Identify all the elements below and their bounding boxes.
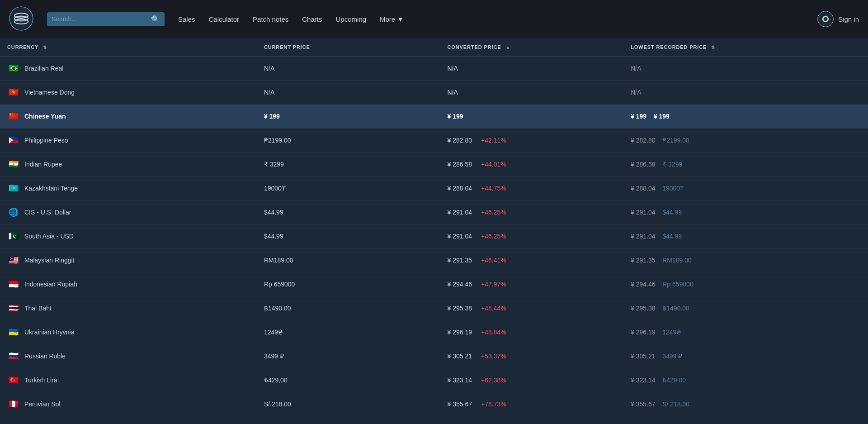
flag-icon: 🇵🇭 (7, 134, 20, 147)
flag-icon: 🇵🇪 (7, 398, 20, 410)
signin-button[interactable]: Sign in (817, 11, 859, 27)
price-pct: +62.38% (481, 376, 506, 384)
current-price: N/A (257, 57, 440, 81)
nav-calculator[interactable]: Calculator (209, 15, 240, 23)
flag-icon: 🇵🇰 (7, 230, 20, 243)
search-input[interactable] (52, 15, 147, 23)
th-current-price: CURRENT PRICE (257, 38, 440, 57)
table-row[interactable]: 🇵🇪 Peruvian Sol S/.218.00¥ 355.67+78.73%… (0, 392, 868, 416)
currency-name: Philippine Peso (24, 137, 68, 144)
flag-icon: 🇮🇳 (7, 158, 20, 171)
table-row[interactable]: 🇮🇩 Indonesian Rupiah Rp 659000¥ 294.46+4… (0, 272, 868, 296)
lowest-price-orig: 19000₸ (662, 185, 684, 192)
table-row[interactable]: 🌐 CIS - U.S. Dollar $44.99¥ 291.04+46.25… (0, 200, 868, 224)
table-row[interactable]: 🇹🇷 Turkish Lira ₺429,00¥ 323.14+62.38%¥ … (0, 368, 868, 392)
signin-label: Sign in (838, 15, 859, 23)
lowest-price: ¥ 288.04 19000₸ (623, 176, 868, 200)
nav-more[interactable]: More ▼ (380, 15, 404, 23)
currency-cell: 🇵🇭 Philippine Peso (0, 129, 257, 152)
flag-icon: 🇻🇳 (7, 86, 20, 99)
table-row[interactable]: 🇵🇭 Philippine Peso ₱2199.00¥ 282.80+42.1… (0, 129, 868, 152)
lowest-price-orig: S/.218.00 (662, 400, 689, 408)
table-row[interactable]: 🇮🇳 Indian Rupee ₹ 3299¥ 286.58+44.01%¥ 2… (0, 152, 868, 176)
table-row[interactable]: 🇲🇾 Malaysian Ringgit RM189.00¥ 291.35+46… (0, 248, 868, 272)
currency-cell: 🇺🇦 Ukrainian Hryvnia (0, 320, 257, 344)
currency-cell: 🇵🇪 Peruvian Sol (0, 392, 257, 416)
flag-icon: 🇰🇿 (7, 182, 20, 195)
svg-point-6 (824, 17, 828, 21)
nav-patch-notes[interactable]: Patch notes (253, 15, 288, 23)
th-converted-price[interactable]: CONVERTED PRICE ▲ (440, 38, 624, 57)
flag-icon: 🌐 (7, 206, 20, 219)
converted-price: ¥ 305.21+53.37% (440, 344, 624, 368)
currency-name: CIS - U.S. Dollar (24, 209, 71, 216)
lowest-price-orig: ฿1490.00 (662, 305, 689, 312)
price-table: CURRENCY ⇅ CURRENT PRICE CONVERTED PRICE… (0, 38, 868, 424)
currency-name: South Asia - USD (24, 233, 74, 240)
nav-upcoming[interactable]: Upcoming (335, 15, 366, 23)
lowest-price: ¥ 282.80 ₱2199.00 (623, 129, 868, 152)
nav-sales[interactable]: Sales (178, 15, 195, 23)
lowest-price: N/A (623, 81, 868, 105)
search-bar[interactable]: 🔍 (47, 12, 165, 26)
currency-name: Chinese Yuan (24, 113, 66, 120)
current-price: 1249₴ (257, 320, 440, 344)
price-pct: +53.37% (481, 353, 506, 360)
current-price: RM189.00 (257, 248, 440, 272)
current-price: ₱2199.00 (257, 129, 440, 152)
currency-cell: 🇷🇺 Russian Ruble (0, 344, 257, 368)
table-row[interactable]: 🇨🇴 Colombian Peso COL$ 213309¥ 362.01+81… (0, 416, 868, 424)
table-row[interactable]: 🇺🇦 Ukrainian Hryvnia 1249₴¥ 296.19+48.84… (0, 320, 868, 344)
lowest-price: ¥ 355.67 S/.218.00 (623, 392, 868, 416)
current-price: S/.218.00 (257, 392, 440, 416)
lowest-price: N/A (623, 57, 868, 81)
th-currency[interactable]: CURRENCY ⇅ (0, 38, 257, 57)
lowest-price-orig: ₺429,00 (662, 376, 686, 384)
current-price: Rp 659000 (257, 272, 440, 296)
lowest-price: ¥ 296.19 1249₴ (623, 320, 868, 344)
currency-name: Malaysian Ringgit (24, 257, 75, 264)
lowest-price: ¥ 291.04 $44.99 (623, 200, 868, 224)
converted-price: ¥ 294.46+47.97% (440, 272, 624, 296)
table-row[interactable]: 🇨🇳 Chinese Yuan ¥ 199¥ 199¥ 199 ¥ 199 (0, 105, 868, 129)
table-row[interactable]: 🇧🇷 Brazilian Real N/AN/AN/A (0, 57, 868, 81)
sort-converted-icon: ▲ (505, 45, 510, 50)
currency-cell: 🇧🇷 Brazilian Real (0, 57, 257, 81)
currency-cell: 🇨🇳 Chinese Yuan (0, 105, 257, 129)
currency-name: Vietnamese Dong (24, 89, 75, 96)
flag-icon: 🇮🇩 (7, 278, 20, 291)
table-body: 🇧🇷 Brazilian Real N/AN/AN/A 🇻🇳 Vietnames… (0, 57, 868, 424)
nav-charts[interactable]: Charts (302, 15, 322, 23)
currency-cell: 🇵🇰 South Asia - USD (0, 224, 257, 248)
converted-price: ¥ 296.19+48.84% (440, 320, 624, 344)
price-pct: +78.73% (481, 400, 506, 408)
currency-cell: 🇹🇷 Turkish Lira (0, 368, 257, 392)
currency-name: Kazakhstani Tenge (24, 185, 78, 192)
price-pct: +46.25% (481, 209, 506, 216)
logo (9, 6, 38, 32)
current-price: 3499 ₽ (257, 344, 440, 368)
search-icon[interactable]: 🔍 (151, 15, 160, 24)
table-row[interactable]: 🇻🇳 Vietnamese Dong N/AN/AN/A (0, 81, 868, 105)
current-price: ฿1490.00 (257, 296, 440, 320)
table-row[interactable]: 🇹🇭 Thai Baht ฿1490.00¥ 295.38+48.44%¥ 29… (0, 296, 868, 320)
table-row[interactable]: 🇵🇰 South Asia - USD $44.99¥ 291.04+46.25… (0, 224, 868, 248)
lowest-price-orig: ₹ 3299 (662, 161, 682, 168)
converted-price: ¥ 199 (440, 105, 624, 129)
currency-cell: 🇲🇾 Malaysian Ringgit (0, 248, 257, 272)
chevron-down-icon: ▼ (397, 15, 404, 23)
converted-price: ¥ 355.67+78.73% (440, 392, 624, 416)
lowest-price-orig: $44.99 (662, 233, 682, 240)
th-lowest-price[interactable]: LOWEST RECORDED PRICE ⇅ (623, 38, 868, 57)
flag-icon: 🇹🇭 (7, 302, 20, 314)
currency-name: Turkish Lira (24, 376, 57, 384)
lowest-price-orig: Rp 659000 (662, 281, 693, 288)
sort-lowest-icon: ⇅ (711, 45, 715, 50)
lowest-price: ¥ 291.04 $44.99 (623, 224, 868, 248)
currency-cell: 🇨🇴 Colombian Peso (0, 416, 257, 424)
lowest-price-orig: RM189.00 (662, 257, 692, 264)
table-row[interactable]: 🇷🇺 Russian Ruble 3499 ₽¥ 305.21+53.37%¥ … (0, 344, 868, 368)
table-row[interactable]: 🇰🇿 Kazakhstani Tenge 19000₸¥ 288.04+44.7… (0, 176, 868, 200)
flag-icon: 🇨🇴 (7, 422, 20, 424)
lowest-price: ¥ 305.21 3499 ₽ (623, 344, 868, 368)
